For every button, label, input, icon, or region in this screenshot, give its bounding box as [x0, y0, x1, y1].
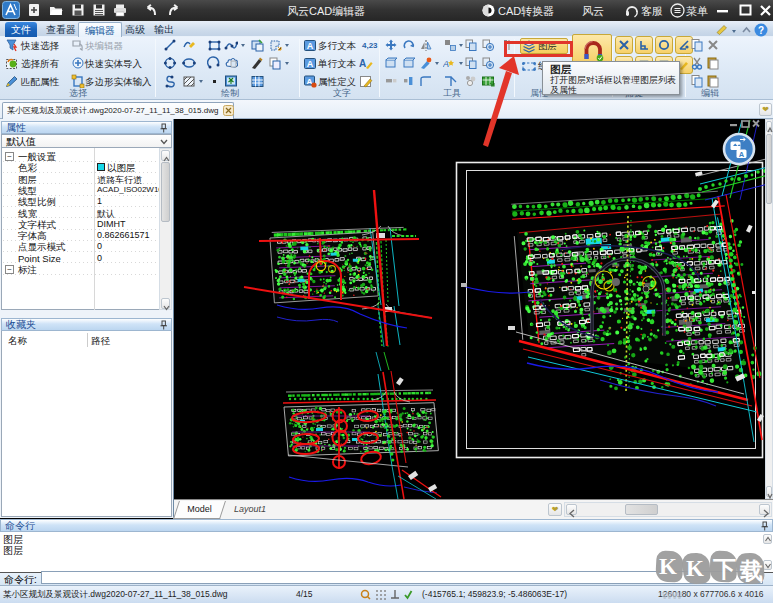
svg-text:A: A: [359, 58, 366, 69]
svg-text:4,23: 4,23: [362, 41, 378, 50]
svg-text:A: A: [307, 59, 314, 69]
svg-text:A: A: [443, 59, 449, 69]
svg-text:?: ?: [758, 25, 764, 36]
svg-text:A: A: [739, 150, 745, 159]
svg-text:A: A: [307, 41, 314, 51]
